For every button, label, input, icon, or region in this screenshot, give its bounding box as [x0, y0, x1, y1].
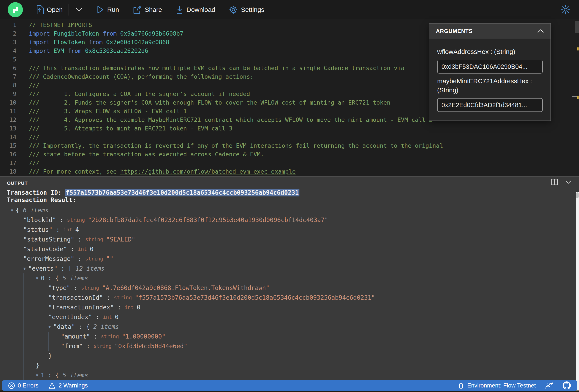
transaction-id-row: Transaction ID: f557a1573b76aa53e73d46f3…	[7, 189, 579, 196]
json-result-tree: ▼ { 6 items "blockId" : string "2b28cbfb…	[0, 206, 579, 390]
environment-status[interactable]: {} Environment: Flow Testnet	[458, 382, 536, 389]
warnings-status[interactable]: 2 Warnings	[48, 382, 88, 389]
line-number: 1	[0, 21, 16, 29]
open-dropdown-button[interactable]	[74, 6, 84, 13]
tree-row-root[interactable]: ▼ { 6 items	[0, 206, 579, 215]
theme-toggle-button[interactable]	[561, 5, 570, 14]
transaction-summary: Transaction ID: f557a1573b76aa53e73d46f3…	[7, 189, 579, 204]
tree-row-event-0[interactable]: ▼ 0 : { 5 items	[0, 274, 579, 283]
maybemint-address-input[interactable]	[437, 98, 543, 112]
transaction-id-value: f557a1573b76aa53e73d46f3e10d200d5c18a653…	[65, 189, 299, 196]
open-file-icon	[36, 5, 44, 14]
editor-scrollbar-thumb[interactable]	[575, 21, 579, 33]
line-number: 17	[0, 159, 16, 167]
run-label: Run	[107, 6, 119, 13]
share-button[interactable]: Share	[133, 5, 162, 14]
output-header: OUTPUT	[0, 177, 579, 188]
line-number: 9	[0, 90, 16, 98]
transaction-result-row: Transaction Result:	[7, 196, 579, 204]
share-label: Share	[145, 6, 162, 13]
tree-row-transactionindex: "transactionIndex" : int 0	[0, 302, 579, 312]
feedback-user-icon[interactable]	[545, 382, 554, 389]
line-number: 3	[0, 38, 16, 47]
run-play-icon	[97, 6, 104, 14]
output-panel: OUTPUT Transaction ID: f557a1573b76aa53e…	[0, 176, 579, 392]
output-title: OUTPUT	[7, 180, 28, 186]
tree-row-statusstring: "statusString" : string "SEALED"	[0, 235, 579, 244]
line-number: 18	[0, 167, 16, 176]
line-number: 4	[0, 47, 16, 55]
flow-logo	[8, 2, 23, 17]
error-circle-icon	[8, 382, 15, 389]
status-bar: 0 Errors 2 Warnings {} Environment: Flow…	[2, 380, 577, 391]
split-view-icon[interactable]	[551, 179, 558, 185]
download-icon	[176, 5, 183, 14]
warning-marker	[577, 48, 579, 51]
tree-row-type: "type" : string "A.7e60df042a9c0868.Flow…	[0, 283, 579, 293]
toolbar: Open Run Share	[0, 0, 579, 19]
window-bottom-edge	[0, 391, 579, 392]
settings-label: Settings	[241, 6, 264, 13]
download-button[interactable]: Download	[176, 5, 215, 14]
download-label: Download	[187, 6, 215, 13]
tree-row-data[interactable]: ▼ "data" : { 2 items	[0, 322, 579, 332]
open-label: Open	[47, 6, 63, 13]
argument-label: maybeMintERC721AddressHex : (String)	[437, 77, 543, 95]
status-bar-right: {} Environment: Flow Testnet	[458, 382, 571, 390]
code-line[interactable]: 13/// 5. Attempts to mint an ERC721 toke…	[0, 124, 579, 133]
line-number: 14	[0, 133, 16, 141]
tree-row-close-data: }	[0, 351, 579, 361]
run-button[interactable]: Run	[97, 6, 119, 14]
warning-triangle-icon	[48, 382, 56, 389]
wflow-address-input[interactable]	[437, 60, 543, 73]
chevron-up-icon[interactable]	[537, 29, 544, 33]
code-line[interactable]: 16/// state before the transaction was e…	[0, 150, 579, 159]
tree-row-amount: "amount" : string "1.00000000"	[0, 332, 579, 341]
github-icon[interactable]	[563, 382, 571, 390]
line-number: 13	[0, 124, 16, 133]
line-number: 2	[0, 29, 16, 38]
line-number: 6	[0, 64, 16, 72]
arguments-header[interactable]: ARGUMENTS	[430, 23, 551, 39]
flow-logo-glyph	[11, 5, 20, 14]
arguments-title: ARGUMENTS	[436, 28, 473, 34]
tree-row-event-1[interactable]: ▼ 1 : { 5 items	[0, 370, 579, 380]
code-line[interactable]: 14///	[0, 133, 579, 141]
line-number: 10	[0, 98, 16, 107]
flow-runner-app: Open Run Share	[0, 0, 579, 392]
output-scrollbar-thumb[interactable]	[576, 192, 579, 198]
environment-label: Environment: Flow Testnet	[467, 382, 536, 389]
share-icon	[133, 5, 142, 14]
code-line[interactable]: 15/// Importantly, the transaction is re…	[0, 141, 579, 150]
tree-row-eventindex: "eventIndex" : int 0	[0, 312, 579, 322]
toolbar-divider	[68, 4, 69, 15]
line-number: 8	[0, 81, 16, 90]
line-number: 11	[0, 107, 16, 115]
errors-status[interactable]: 0 Errors	[8, 382, 38, 389]
warnings-count: 2 Warnings	[59, 382, 88, 389]
line-number: 12	[0, 115, 16, 124]
sun-icon	[561, 5, 570, 14]
output-scrollbar-track[interactable]	[576, 192, 579, 392]
overview-ruler-cursor	[572, 96, 577, 97]
line-number: 5	[0, 55, 16, 64]
arguments-panel: ARGUMENTS wflowAddressHex : (String) may…	[429, 23, 551, 121]
tree-row-close-event-0: }	[0, 361, 579, 370]
line-number: 15	[0, 141, 16, 150]
argument-label: wflowAddressHex : (String)	[437, 47, 543, 56]
collapse-output-chevron-icon[interactable]	[565, 180, 572, 184]
settings-button[interactable]: Settings	[229, 5, 264, 14]
line-number: 16	[0, 150, 16, 159]
tree-row-blockid: "blockId" : string "2b28cbfb87da2cfec4f0…	[0, 215, 579, 225]
open-button[interactable]: Open	[36, 5, 63, 14]
settings-gear-icon	[229, 5, 238, 14]
tree-row-statuscode: "statusCode" : int 0	[0, 244, 579, 254]
tree-row-errormessage: "errorMessage" : string ""	[0, 254, 579, 264]
output-header-icons	[551, 179, 572, 185]
tree-row-events[interactable]: ▼ "events" : [ 12 items	[0, 264, 579, 274]
transaction-result-label: Transaction Result:	[7, 196, 76, 204]
code-line[interactable]: 17///	[0, 159, 579, 167]
tree-row-status: "status" : int 4	[0, 225, 579, 235]
transaction-id-label: Transaction ID:	[7, 189, 65, 196]
code-line[interactable]: 18/// For more context, see https://gith…	[0, 167, 579, 176]
